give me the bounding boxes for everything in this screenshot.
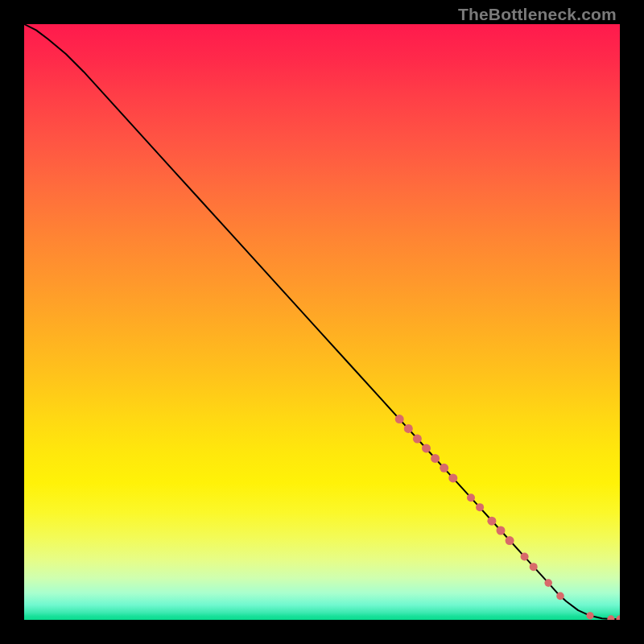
data-marker (395, 415, 404, 423)
data-marker (616, 615, 620, 620)
data-marker (556, 592, 564, 601)
data-marker (521, 553, 529, 561)
data-marker (413, 435, 422, 444)
data-marker (404, 424, 413, 433)
data-marker (467, 493, 475, 502)
watermark-text: TheBottleneck.com (458, 5, 617, 24)
data-marker (431, 454, 440, 463)
data-marker (448, 473, 457, 482)
chart-frame: TheBottleneck.com (0, 0, 644, 644)
data-marker (607, 615, 614, 620)
data-marker (440, 464, 448, 473)
data-marker (530, 563, 538, 571)
data-marker (422, 444, 431, 452)
data-marker (506, 536, 514, 545)
data-marker (476, 503, 484, 511)
data-marker (586, 612, 593, 619)
data-marker (497, 526, 506, 535)
data-marker (487, 517, 496, 526)
plot-area (24, 24, 620, 620)
data-marker (544, 579, 552, 587)
chart-svg (24, 24, 620, 620)
curve-line (24, 24, 620, 619)
